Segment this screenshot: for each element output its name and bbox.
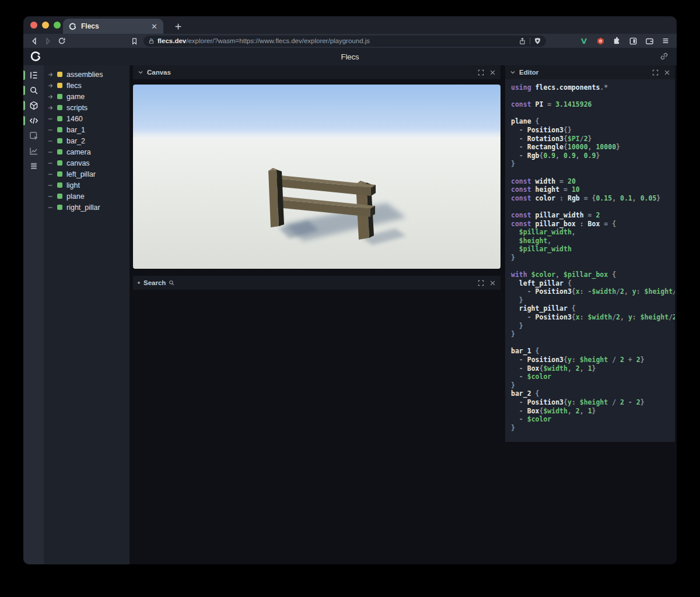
rail-inspector-icon[interactable]	[23, 129, 44, 142]
code-line: }	[511, 424, 675, 433]
tree-item-label: game	[66, 93, 85, 101]
code-line	[511, 339, 675, 347]
leaf-dash-icon	[48, 160, 57, 166]
tree-item-plane[interactable]: plane	[44, 191, 130, 202]
wallet-icon[interactable]	[644, 36, 654, 46]
share-link-icon[interactable]	[660, 52, 668, 61]
code-line: }	[511, 330, 675, 339]
rail-commands-icon[interactable]	[23, 160, 44, 173]
canvas-panel-header[interactable]: Canvas	[133, 65, 501, 79]
fullscreen-icon[interactable]	[478, 280, 484, 286]
tree-item-canvas[interactable]: canvas	[44, 157, 130, 168]
close-panel-icon[interactable]	[489, 69, 496, 76]
entity-square-icon	[57, 72, 62, 77]
tree-item-label: assemblies	[66, 71, 103, 79]
maximize-window-button[interactable]	[54, 22, 61, 29]
icon-rail	[23, 65, 44, 564]
chevron-down-icon[interactable]	[510, 69, 516, 75]
code-line: - Rectangle{10000, 10000}	[511, 143, 675, 152]
entity-square-icon	[57, 160, 62, 166]
entity-square-icon	[57, 105, 62, 110]
tree-item-label: right_pillar	[66, 203, 100, 212]
vue-devtools-extension-icon[interactable]: V	[579, 36, 589, 46]
red-extension-icon[interactable]	[595, 36, 606, 46]
app-header: Flecs	[23, 48, 677, 65]
leaf-dash-icon	[48, 194, 57, 199]
tree-item-game[interactable]: game	[44, 91, 130, 102]
code-line: - $color	[511, 415, 675, 424]
entity-square-icon	[57, 194, 62, 199]
canvas-panel-title: Canvas	[147, 69, 171, 76]
leaf-dash-icon	[48, 127, 57, 133]
chevron-down-icon[interactable]	[138, 69, 144, 75]
page-title: Flecs	[23, 48, 677, 65]
rail-entity-tree-icon[interactable]	[23, 69, 44, 82]
new-tab-button[interactable]	[170, 19, 186, 34]
expand-arrow-icon[interactable]	[48, 72, 57, 78]
code-line: $height,	[511, 237, 675, 245]
close-panel-icon[interactable]	[664, 69, 670, 76]
code-line: - Position3{x: $width/2, y: $height/2}	[511, 313, 675, 322]
fullscreen-icon[interactable]	[652, 69, 659, 76]
rail-canvas-icon[interactable]	[23, 99, 44, 112]
browser-toolbar: flecs.dev/explorer/?wasm=https://www.fle…	[23, 34, 677, 48]
code-line: }	[511, 296, 675, 305]
tree-item-right_pillar[interactable]: right_pillar	[44, 202, 130, 213]
browser-tab[interactable]: Flecs ✕	[63, 19, 163, 34]
expand-arrow-icon[interactable]	[48, 105, 57, 111]
editor-panel-header[interactable]: Editor	[505, 65, 675, 79]
search-icon	[169, 280, 174, 286]
minimize-window-button[interactable]	[42, 22, 49, 29]
leaf-dash-icon	[48, 149, 57, 155]
code-line	[511, 109, 675, 118]
expand-arrow-icon[interactable]	[48, 83, 57, 89]
close-window-button[interactable]	[30, 22, 37, 29]
tree-item-flecs[interactable]: flecs	[44, 80, 130, 91]
tree-item-bar_1[interactable]: bar_1	[44, 124, 130, 135]
expand-arrow-icon[interactable]	[48, 94, 57, 100]
rail-code-editor-icon[interactable]	[23, 114, 44, 127]
panel-collapsed-dot-icon[interactable]	[138, 282, 140, 284]
brave-shield-icon[interactable]	[534, 37, 541, 45]
code-line: using flecs.components.*	[511, 83, 675, 92]
tab-title: Flecs	[81, 22, 146, 30]
entity-square-icon	[57, 116, 62, 121]
tree-item-light[interactable]: light	[44, 180, 130, 191]
tree-item-label: scripts	[66, 104, 88, 112]
share-icon[interactable]	[519, 37, 526, 45]
browser-window: Flecs ✕ flecs.dev/explor	[23, 16, 677, 564]
code-line: $pillar_width,	[511, 228, 675, 237]
sidebar-toggle-icon[interactable]	[628, 36, 638, 46]
close-panel-icon[interactable]	[489, 280, 496, 286]
tree-item-scripts[interactable]: scripts	[44, 102, 130, 113]
code-line	[511, 168, 675, 177]
rail-statistics-icon[interactable]	[23, 145, 44, 157]
extensions-puzzle-icon[interactable]	[611, 36, 622, 46]
tree-item-left_pillar[interactable]: left_pillar	[44, 168, 130, 180]
tree-item-bar_2[interactable]: bar_2	[44, 135, 130, 146]
rail-search-icon[interactable]	[23, 84, 44, 97]
entity-square-icon	[57, 149, 62, 154]
tree-item-label: camera	[66, 148, 91, 156]
tab-favicon-flecs-icon	[69, 23, 76, 30]
main-content: assembliesflecsgamescripts1460bar_1bar_2…	[23, 65, 677, 564]
code-editor[interactable]: using flecs.components.* const PI = 3.14…	[505, 79, 675, 442]
back-button[interactable]	[27, 35, 41, 47]
code-line	[511, 262, 675, 271]
bookmark-icon[interactable]	[127, 35, 141, 47]
menu-icon[interactable]	[660, 36, 671, 46]
fullscreen-icon[interactable]	[478, 69, 484, 76]
code-line: bar_1 {	[511, 347, 675, 356]
tree-item-assemblies[interactable]: assemblies	[44, 69, 130, 80]
tab-close-icon[interactable]: ✕	[151, 22, 158, 31]
reload-button[interactable]	[55, 35, 69, 47]
leaf-dash-icon	[48, 182, 57, 188]
tree-item-camera[interactable]: camera	[44, 146, 130, 157]
tree-item-1460[interactable]: 1460	[44, 113, 130, 124]
url-bar[interactable]: flecs.dev/explorer/?wasm=https://www.fle…	[144, 36, 546, 47]
forward-button[interactable]	[41, 35, 55, 47]
canvas-3d-viewport[interactable]	[133, 85, 501, 269]
search-panel-header[interactable]: Search	[133, 276, 501, 290]
tree-item-label: light	[66, 181, 80, 189]
scene-sky	[133, 85, 501, 141]
